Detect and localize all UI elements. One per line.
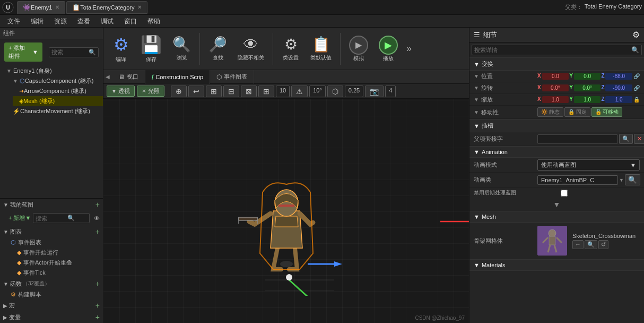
anim-class-input[interactable] (537, 175, 618, 185)
build-script-item[interactable]: ⚙ 构建脚本 (0, 290, 103, 300)
component-search-input[interactable] (51, 49, 89, 55)
classdefault-button[interactable]: 📋 类默认值 (306, 33, 336, 64)
socket-search-button[interactable]: 🔍 (619, 134, 633, 144)
sub-tab-prev-button[interactable]: ◀ (103, 72, 112, 82)
right-search-input[interactable] (474, 47, 631, 53)
anim-class-search-button[interactable]: 🔍 (625, 174, 640, 185)
add-blueprint-button[interactable]: + (95, 200, 100, 209)
bp-search-input[interactable] (36, 215, 67, 222)
mesh-search-button[interactable]: 🔍 (585, 240, 597, 249)
tree-item-arrow[interactable]: ➜ ArrowComponent (继承) (13, 86, 103, 96)
menu-debug[interactable]: 调试 (95, 15, 119, 28)
menu-assets[interactable]: 资源 (49, 15, 72, 28)
menu-edit[interactable]: 编辑 (25, 15, 49, 28)
vp-scale-icon[interactable]: ⬡ (327, 86, 343, 97)
materials-section-title[interactable]: ▼ Materials (469, 259, 644, 271)
scale-lock-icon[interactable]: 🔒 (633, 97, 640, 103)
insert-section-title[interactable]: ▼ 插槽 (469, 119, 644, 132)
mesh-reset-button[interactable]: ↺ (598, 240, 608, 249)
parent-socket-input[interactable] (537, 134, 618, 144)
rot-z-val[interactable]: -90.0 (605, 84, 632, 91)
variables-header-row[interactable]: ▶ 变量 + (0, 311, 103, 323)
add-graph-button[interactable]: + (95, 227, 100, 236)
vp-cam-icon[interactable]: 📷 (365, 86, 384, 97)
more-tools-button[interactable]: » (404, 41, 414, 56)
eye-icon[interactable]: 👁 (94, 215, 100, 222)
perspective-button[interactable]: ▼ 透视 (107, 86, 135, 97)
new-btn-row[interactable]: + 新增▼ 🔍 👁 (0, 210, 103, 226)
viewport-canvas[interactable]: CSDN @Zhichao_97 (103, 99, 469, 323)
tab-enemy1[interactable]: 👾 Enemy1 ✕ (17, 1, 65, 14)
simulate-button[interactable]: ▶ 模拟 (345, 33, 372, 64)
vp-ctrl-2[interactable]: ↩ (188, 86, 204, 97)
lighting-button[interactable]: ☀ 光照 (137, 86, 164, 97)
socket-delete-button[interactable]: ✕ (634, 134, 644, 144)
vp-ctrl-1[interactable]: ⊕ (171, 86, 187, 97)
find-button[interactable]: 🔎 查找 (204, 33, 231, 64)
tab-enemy1-close[interactable]: ✕ (55, 4, 59, 10)
blueprints-header-row[interactable]: ▼ 我的蓝图 + (0, 199, 103, 210)
rot-y-val[interactable]: 0.0° (574, 84, 601, 91)
vp-angle-icon[interactable]: ⚠ (291, 86, 308, 97)
tree-item-enemy1[interactable]: ▼ Enemy1 (自身) (0, 66, 103, 76)
functions-header-row[interactable]: ▼ 函数 （32覆盖） + (0, 278, 103, 290)
mesh-browse-button[interactable]: ← (572, 240, 584, 249)
scale-z-val[interactable]: 1.0 (605, 96, 632, 103)
tree-item-eventbegin[interactable]: ◆ 事件开始运行 (0, 248, 103, 258)
vp-ctrl-5[interactable]: ⊠ (241, 86, 257, 97)
scale-x-val[interactable]: 1.0 (542, 96, 569, 103)
add-macro-button[interactable]: + (95, 301, 100, 310)
transform-section-title[interactable]: ▼ 变换 (469, 57, 644, 71)
menu-view[interactable]: 查看 (72, 15, 95, 28)
vp-num-025[interactable]: 0.25 (345, 86, 363, 97)
hide-button[interactable]: 👁 隐藏不相关 (233, 33, 268, 64)
graphs-header-row[interactable]: ▼ 图表 + (0, 226, 103, 237)
mobility-stationary[interactable]: 🔒 固定 (564, 107, 590, 117)
sub-tab-eventgraph[interactable]: ⬡ 事件图表 (210, 70, 254, 84)
anim-mode-dropdown[interactable]: 使用动画蓝图 ▼ (537, 159, 640, 171)
tree-item-eventgraph[interactable]: ⬡ 事件图表 (0, 237, 103, 248)
sub-tab-construction[interactable]: f Construction Scrip (145, 70, 210, 84)
tab-totalenemy[interactable]: 📋 TotalEnemyCategory ✕ (66, 1, 147, 14)
animation-section-title[interactable]: ▼ Animation (469, 146, 644, 158)
rotation-lock-icon[interactable]: 🔗 (633, 85, 640, 91)
tab-totalenemy-close[interactable]: ✕ (137, 4, 142, 10)
vp-ctrl-3[interactable]: ⊞ (206, 86, 222, 97)
add-component-button[interactable]: + 添加组件 ▼ (4, 42, 42, 62)
mobility-static[interactable]: 🔆 静态 (537, 107, 563, 117)
menu-help[interactable]: 帮助 (142, 15, 166, 28)
tree-item-capsule[interactable]: ▼ ⬡ CapsuleComponent (继承) (6, 76, 103, 86)
tree-item-charmovement[interactable]: ⚡ CharacterMovement (继承) (6, 106, 103, 116)
scale-y-val[interactable]: 1.0 (574, 96, 601, 103)
vp-num-4[interactable]: 4 (385, 86, 396, 97)
vp-num-angle[interactable]: 10° (309, 86, 326, 97)
post-anim-checkbox[interactable] (561, 190, 568, 197)
vp-ctrl-4[interactable]: ⊟ (223, 86, 239, 97)
tree-item-eventtick[interactable]: ◆ 事件Tick (0, 268, 103, 278)
pos-x-val[interactable]: 0.0 (542, 73, 569, 80)
vp-ctrl-grid[interactable]: ⊞ (258, 86, 274, 97)
browse-button[interactable]: 🔍 浏览 (168, 33, 195, 64)
play-button[interactable]: ▶ 播放 (375, 33, 402, 64)
details-icon: ☰ (474, 31, 480, 39)
settings-icon[interactable]: ⚙ (632, 30, 640, 40)
macros-header-row[interactable]: ▶ 宏 + (0, 300, 103, 311)
mesh-section-title[interactable]: ▼ Mesh (469, 211, 644, 223)
pos-z-val[interactable]: -88.0 (605, 73, 632, 80)
menu-file[interactable]: 文件 (2, 15, 25, 28)
save-button[interactable]: 💾 保存 (136, 32, 166, 65)
position-lock-icon[interactable]: 🔗 (633, 73, 640, 79)
sub-tab-viewport[interactable]: 🖥 视口 (112, 70, 145, 84)
compile-button[interactable]: ⚙ 编译 (108, 32, 134, 65)
rot-x-val[interactable]: 0.0° (542, 84, 569, 91)
tree-item-mesh[interactable]: ◈ Mesh (继承) (13, 96, 103, 106)
add-variable-button[interactable]: + (95, 313, 100, 321)
mobility-movable[interactable]: 🔓 可移动 (591, 107, 623, 117)
vp-num-10[interactable]: 10 (276, 86, 290, 97)
viewport-toolbar: ▼ 透视 ☀ 光照 ⊕ ↩ ⊞ ⊟ ⊠ ⊞ 10 ⚠ 10° (103, 84, 469, 99)
add-function-button[interactable]: + (95, 279, 100, 288)
tree-item-eventactor[interactable]: ◆ 事件Actor开始重叠 (0, 258, 103, 268)
menu-window[interactable]: 窗口 (119, 15, 142, 28)
pos-y-val[interactable]: 0.0 (574, 73, 601, 80)
classset-button[interactable]: ⚙ 类设置 (277, 33, 304, 64)
